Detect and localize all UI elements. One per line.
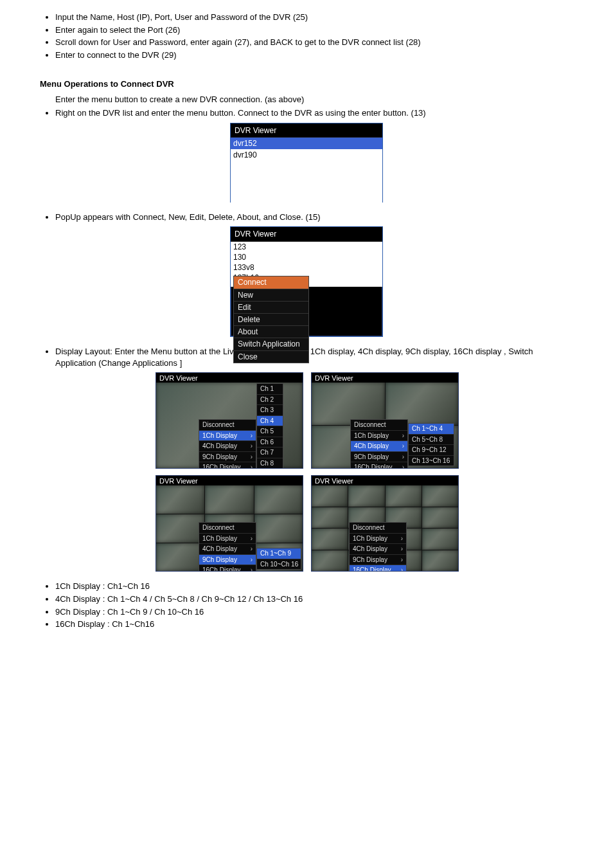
menu-disconnect[interactable]: Disconnect [199, 420, 256, 430]
camera-feed [422, 485, 458, 507]
bullet: Right on the DVR list and enter the menu… [55, 107, 573, 119]
bullet: 16Ch Display : Ch 1~Ch16 [55, 619, 573, 630]
menu-4ch-display[interactable]: 4Ch Display [350, 543, 406, 554]
menu-4ch-display[interactable]: 4Ch Display [199, 440, 256, 451]
menu-edit[interactable]: Edit [234, 301, 308, 313]
menu-16ch-display[interactable]: 16Ch Display [199, 462, 256, 469]
bullet: Display Layout: Enter the Menu button at… [55, 346, 573, 368]
camera-feed [156, 514, 204, 543]
section-title: Menu Operations to Connect DVR [40, 78, 573, 90]
screenshot-9ch-display: DVR Viewer Disconnect 1Ch Display 4Ch Di… [155, 475, 303, 572]
submenu-item[interactable]: Ch 3 [257, 404, 283, 415]
camera-feed [312, 507, 348, 529]
screenshot-dvr-list: DVR Viewer dvr152 dvr190 [230, 123, 383, 203]
menu-9ch-display[interactable]: 9Ch Display [351, 451, 407, 462]
screenshot-16ch-display: DVR Viewer Disconnect [311, 475, 459, 572]
screenshot-4ch-display: DVR Viewer Disconnect 1Ch Display 4Ch Di… [311, 372, 459, 469]
camera-feed [156, 485, 204, 514]
submenu-item[interactable]: Ch 5~Ch 8 [409, 434, 454, 445]
camera-feed [312, 529, 348, 550]
bullet-dvr-list-wrap: Right on the DVR list and enter the menu… [55, 107, 573, 119]
menu-switch-application[interactable]: Switch Application [234, 338, 308, 350]
menu-disconnect[interactable]: Disconnect [351, 420, 407, 430]
window-title: DVR Viewer [312, 476, 458, 486]
submenu-item[interactable]: Ch 7 [257, 447, 283, 458]
bullet-display-wrap: Display Layout: Enter the Menu button at… [55, 346, 573, 368]
camera-feed [312, 485, 348, 507]
camera-feed [205, 485, 253, 514]
camera-feed [422, 550, 458, 572]
bullets-bottom: 1Ch Display : Ch1~Ch 16 4Ch Display : Ch… [55, 581, 573, 629]
channel-submenu: Ch 1~Ch 4 Ch 5~Ch 8 Ch 9~Ch 12 Ch 13~Ch … [408, 423, 454, 466]
menu-9ch-display[interactable]: 9Ch Display [199, 451, 256, 462]
device-list-item[interactable]: 133v8 [231, 262, 382, 273]
camera-feed [422, 529, 458, 550]
menu-9ch-display[interactable]: 9Ch Display [350, 554, 406, 565]
intro-line: Enter the menu button to create a new DV… [55, 94, 573, 105]
menu-16ch-display[interactable]: 16Ch Display [350, 565, 406, 572]
device-list-item[interactable]: dvr152 [231, 138, 382, 149]
bullet: Input the Name, Host (IP), Port, User an… [55, 12, 573, 23]
channel-submenu: Ch 1 Ch 2 Ch 3 Ch 4 Ch 5 Ch 6 Ch 7 Ch 8 … [256, 383, 283, 469]
camera-feed [312, 550, 348, 572]
camera-feed [386, 485, 422, 507]
menu-new[interactable]: New [234, 289, 308, 301]
bullet: 4Ch Display : Ch 1~Ch 4 / Ch 5~Ch 8 / Ch… [55, 593, 573, 605]
display-menu: Disconnect 1Ch Display 4Ch Display 9Ch D… [199, 522, 256, 572]
bullet-context-menu-wrap: PopUp appears with Connect, New, Edit, D… [55, 212, 573, 223]
menu-4ch-display[interactable]: 4Ch Display [351, 440, 407, 451]
menu-close[interactable]: Close [234, 350, 308, 363]
submenu-item[interactable]: Ch 1~Ch 4 [409, 424, 454, 434]
display-menu: Disconnect 1Ch Display 4Ch Display 9Ch D… [349, 522, 407, 572]
channel-submenu: Ch 1~Ch 9 Ch 10~Ch 16 [256, 548, 301, 570]
submenu-item[interactable]: Ch 2 [257, 394, 283, 405]
menu-1ch-display[interactable]: 1Ch Display [199, 430, 256, 441]
device-list-item[interactable]: dvr190 [231, 149, 382, 161]
menu-4ch-display[interactable]: 4Ch Display [199, 543, 256, 554]
submenu-item[interactable]: Ch 1~Ch 9 [257, 548, 301, 559]
bullet: Enter again to select the Port (26) [55, 24, 573, 36]
window-title: DVR Viewer [231, 123, 382, 138]
menu-16ch-display[interactable]: 16Ch Display [199, 565, 256, 572]
bullets-top: Input the Name, Host (IP), Port, User an… [55, 12, 573, 60]
submenu-item[interactable]: Ch 9 [257, 468, 283, 469]
bullet: 1Ch Display : Ch1~Ch 16 [55, 581, 573, 592]
menu-disconnect[interactable]: Disconnect [350, 523, 406, 533]
bullet: 9Ch Display : Ch 1~Ch 9 / Ch 10~Ch 16 [55, 606, 573, 618]
submenu-item[interactable]: Ch 8 [257, 458, 283, 469]
submenu-item[interactable]: Ch 9~Ch 12 [409, 444, 454, 455]
camera-feed [254, 514, 303, 543]
camera-feed [422, 507, 458, 529]
display-menu: Disconnect 1Ch Display 4Ch Display 9Ch D… [199, 419, 256, 469]
menu-about[interactable]: About [234, 325, 308, 338]
submenu-item[interactable]: Ch 13~Ch 16 [409, 455, 454, 466]
camera-feed [254, 485, 303, 514]
window-title: DVR Viewer [156, 373, 303, 383]
camera-feed [156, 543, 204, 572]
screenshot-context-menu: DVR Viewer 123 130 133v8 137L16 Connect … [230, 226, 383, 337]
menu-1ch-display[interactable]: 1Ch Display [351, 430, 407, 441]
menu-1ch-display[interactable]: 1Ch Display [350, 533, 406, 544]
submenu-item[interactable]: Ch 4 [257, 415, 283, 426]
bullet: Enter to connect to the DVR (29) [55, 50, 573, 61]
menu-disconnect[interactable]: Disconnect [199, 523, 256, 533]
menu-1ch-display[interactable]: 1Ch Display [199, 533, 256, 544]
submenu-item[interactable]: Ch 6 [257, 437, 283, 448]
menu-connect[interactable]: Connect [234, 276, 308, 288]
device-list: dvr152 dvr190 [231, 138, 382, 203]
submenu-item[interactable]: Ch 5 [257, 426, 283, 437]
menu-delete[interactable]: Delete [234, 313, 308, 325]
submenu-item[interactable]: Ch 1 [257, 384, 283, 394]
bullet: Scroll down for User and Password, enter… [55, 37, 573, 48]
submenu-item[interactable]: Ch 10~Ch 16 [257, 559, 301, 570]
device-list-item[interactable]: 130 [231, 252, 382, 262]
context-menu: Connect New Edit Delete About Switch App… [233, 276, 309, 363]
window-title: DVR Viewer [312, 373, 458, 383]
display-layout-grid: DVR Viewer Disconnect 1Ch Display 4Ch Di… [40, 372, 573, 572]
display-menu: Disconnect 1Ch Display 4Ch Display 9Ch D… [350, 419, 408, 469]
menu-9ch-display[interactable]: 9Ch Display [199, 554, 256, 565]
device-list-item[interactable]: 123 [231, 242, 382, 252]
screenshot-1ch-display: DVR Viewer Disconnect 1Ch Display 4Ch Di… [155, 372, 303, 469]
menu-16ch-display[interactable]: 16Ch Display [351, 462, 407, 469]
window-title: DVR Viewer [231, 227, 382, 241]
